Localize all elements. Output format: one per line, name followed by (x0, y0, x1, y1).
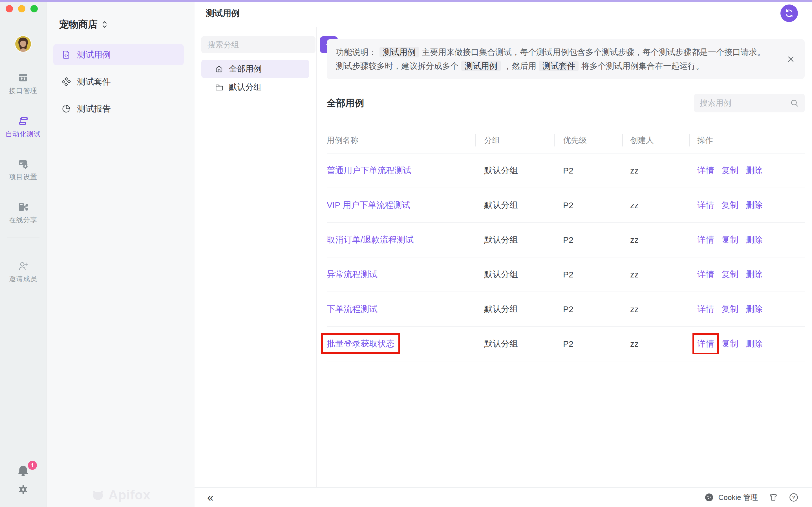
close-window-icon[interactable] (6, 5, 13, 12)
case-search-box[interactable] (694, 94, 805, 112)
case-name-link[interactable]: 异常流程测试 (327, 270, 377, 279)
notification-badge: 1 (28, 461, 37, 470)
sidebar-item-project-settings[interactable]: 项目设置 (0, 158, 46, 181)
project-name: 宠物商店 (59, 18, 98, 31)
case-name-cell: 异常流程测试 (327, 269, 475, 280)
menu-item-test-cases[interactable]: 测试用例 (53, 44, 184, 65)
table-header: 用例名称分组优先级创建人操作 (327, 128, 805, 154)
delete-action-link[interactable]: 删除 (746, 200, 763, 211)
detail-action-link[interactable]: 详情 (697, 200, 714, 211)
refresh-button[interactable] (780, 4, 798, 22)
priority-cell: P2 (554, 166, 622, 175)
case-name-cell: 取消订单/退款流程测试 (327, 234, 475, 245)
delete-action-link[interactable]: 删除 (746, 234, 763, 245)
notifications-button[interactable]: 1 (13, 464, 33, 481)
sidebar-item-api-management[interactable]: 接口管理 (0, 72, 46, 95)
menu-item-test-suites[interactable]: 测试套件 (53, 71, 184, 93)
sidebar-item-label: 在线分享 (0, 216, 46, 224)
delete-action-link[interactable]: 删除 (746, 338, 763, 349)
priority-cell: P2 (554, 235, 622, 245)
help-button[interactable]: ? (789, 493, 799, 502)
delete-action-link[interactable]: 删除 (746, 303, 763, 315)
invite-member-icon (17, 261, 29, 272)
group-cell: 默认分组 (475, 165, 554, 176)
bell-icon (18, 466, 28, 474)
cookie-manager-label: Cookie 管理 (718, 493, 758, 503)
collapse-sidebar-icon[interactable]: « (207, 492, 213, 503)
copy-action-link[interactable]: 复制 (721, 200, 739, 211)
case-name-cell: 批量登录获取状态 (327, 338, 475, 349)
theme-button[interactable] (769, 493, 778, 502)
page-title: 测试用例 (206, 8, 240, 19)
detail-action-link[interactable]: 详情 (697, 303, 714, 315)
app-rail: 接口管理 自动化测试 项目设置 在线分享 邀请成员 1 (0, 0, 47, 507)
detail-action-link[interactable]: 详情 (697, 165, 714, 176)
group-cell: 默认分组 (475, 303, 554, 315)
topbar: 测试用例 (195, 0, 812, 27)
table-row: 异常流程测试默认分组P2zz详情复制删除 (327, 258, 805, 292)
module-menu: 测试用例 测试套件 测试报告 (53, 44, 184, 119)
case-name-link[interactable]: 取消订单/退款流程测试 (327, 235, 414, 244)
table-row: 下单流程测试默认分组P2zz详情复制删除 (327, 292, 805, 327)
group-cell: 默认分组 (475, 338, 554, 349)
priority-cell: P2 (554, 339, 622, 349)
tree-item-all-cases[interactable]: 全部用例 (201, 60, 309, 78)
menu-item-label: 测试套件 (77, 76, 111, 88)
menu-item-test-reports[interactable]: 测试报告 (53, 98, 184, 119)
detail-action-link[interactable]: 详情 (697, 269, 714, 280)
gear-icon (17, 484, 29, 495)
sidebar-item-label: 邀请成员 (0, 274, 46, 283)
sidebar-item-invite-members[interactable]: 邀请成员 (0, 261, 46, 283)
apifox-logo-icon (91, 488, 105, 502)
actions-cell: 详情复制删除 (689, 269, 805, 280)
folder-icon (215, 83, 223, 92)
sidebar-item-online-share[interactable]: 在线分享 (0, 202, 46, 224)
copy-action-link[interactable]: 复制 (721, 165, 739, 176)
cookie-manager-button[interactable]: Cookie 管理 (704, 493, 758, 503)
search-icon (790, 99, 799, 108)
zoom-window-icon[interactable] (31, 5, 38, 12)
test-case-icon (62, 50, 71, 59)
copy-action-link[interactable]: 复制 (721, 234, 739, 245)
case-search-input[interactable] (700, 99, 790, 108)
group-cell: 默认分组 (475, 269, 554, 280)
detail-action-link[interactable]: 详情 (697, 234, 714, 245)
settings-button[interactable] (17, 484, 29, 496)
copy-action-link[interactable]: 复制 (721, 303, 739, 315)
tree-item-default-group[interactable]: 默认分组 (201, 78, 309, 96)
column-header: 操作 (689, 135, 805, 146)
menu-item-label: 测试报告 (77, 103, 111, 115)
rail-divider (7, 237, 40, 237)
case-name-link[interactable]: 普通用户下单流程测试 (327, 166, 411, 175)
minimize-window-icon[interactable] (18, 5, 26, 12)
case-name-cell: 下单流程测试 (327, 303, 475, 315)
project-switcher[interactable]: 宠物商店 (59, 18, 195, 31)
group-search-input[interactable] (201, 36, 315, 53)
case-name-link[interactable]: 批量登录获取状态 (327, 339, 395, 348)
test-report-icon (62, 104, 71, 113)
actions-cell: 详情复制删除 (689, 303, 805, 315)
copy-action-link[interactable]: 复制 (721, 269, 739, 280)
detail-action-link[interactable]: 详情 (697, 338, 714, 349)
tree-item-label: 全部用例 (229, 63, 262, 75)
case-name-link[interactable]: VIP 用户下单流程测试 (327, 200, 410, 210)
priority-cell: P2 (554, 270, 622, 279)
table-row: VIP 用户下单流程测试默认分组P2zz详情复制删除 (327, 188, 805, 223)
project-settings-icon (17, 158, 29, 170)
case-name-link[interactable]: 下单流程测试 (327, 304, 377, 314)
table-row: 取消订单/退款流程测试默认分组P2zz详情复制删除 (327, 223, 805, 258)
table-row: 批量登录获取状态默认分组P2zz详情复制删除 (327, 327, 805, 361)
delete-action-link[interactable]: 删除 (746, 165, 763, 176)
avatar[interactable] (15, 36, 31, 52)
delete-action-link[interactable]: 删除 (746, 269, 763, 280)
actions-cell: 详情复制删除 (689, 234, 805, 245)
cases-table: 用例名称分组优先级创建人操作 普通用户下单流程测试默认分组P2zz详情复制删除V… (327, 128, 805, 361)
sidebar-item-automated-testing[interactable]: 自动化测试 (0, 115, 46, 138)
share-icon (17, 202, 29, 213)
banner-close-button[interactable] (786, 55, 795, 63)
group-cell: 默认分组 (475, 200, 554, 211)
project-selector-icon (101, 20, 108, 29)
creator-cell: zz (622, 235, 689, 245)
copy-action-link[interactable]: 复制 (721, 338, 739, 349)
banner-segment: ，然后用 (504, 61, 536, 70)
